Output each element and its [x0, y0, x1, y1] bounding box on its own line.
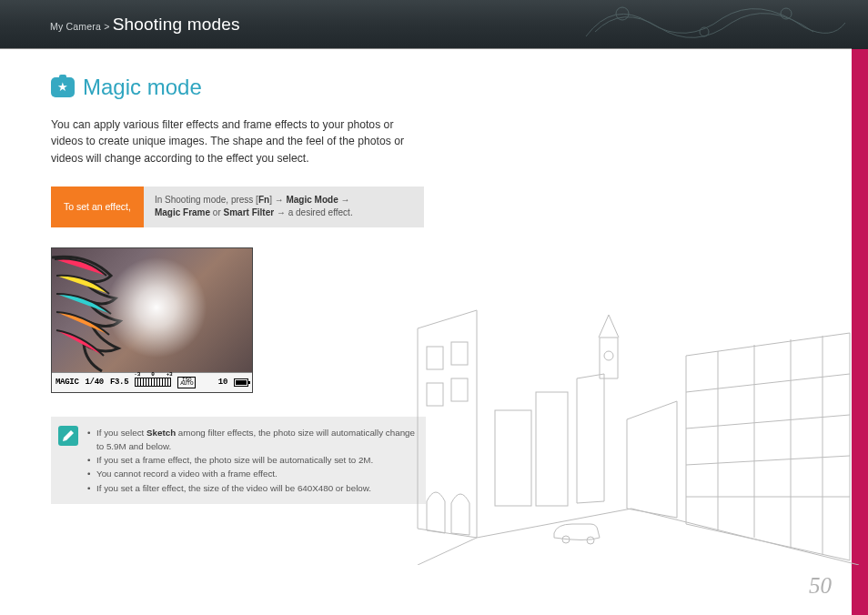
note-text: If you set a filter effect, the size of …: [96, 483, 371, 493]
ev-mid: 0: [151, 371, 154, 378]
instr-postfn: ] →: [269, 195, 284, 205]
list-item: If you select Sketch among filter effect…: [87, 426, 417, 453]
title-row: ★ Magic mode: [51, 75, 431, 100]
battery-icon: [234, 378, 248, 387]
instr-bold1: Magic Mode: [286, 195, 338, 205]
instr-arrow1: →: [340, 195, 349, 205]
list-item: If you set a filter effect, the size of …: [87, 481, 417, 495]
notes-box: If you select Sketch among filter effect…: [51, 417, 426, 504]
side-tab: [852, 0, 868, 615]
ev-left: -3: [134, 371, 140, 378]
status-aperture: F3.5: [110, 378, 128, 387]
camera-preview: MAGIC 1/40 F3.5 -3 0 +3 ISO AUTO 10: [51, 247, 253, 393]
instruction-row: To set an effect, In Shooting mode, pres…: [51, 187, 424, 227]
exposure-meter-icon: -3 0 +3: [135, 378, 171, 387]
page-title: Magic mode: [83, 75, 202, 100]
note-text: If you select: [96, 428, 146, 438]
iso-value: AUTO: [178, 382, 195, 387]
breadcrumb-section: Shooting modes: [113, 15, 240, 34]
page-header: My Camera > Shooting modes: [0, 0, 868, 49]
camera-star-icon: ★: [51, 77, 75, 97]
instruction-label: To set an effect,: [51, 187, 144, 227]
svg-point-19: [587, 537, 594, 544]
status-mode: MAGIC: [56, 378, 79, 387]
svg-point-0: [616, 7, 629, 20]
instruction-body: In Shooting mode, press [Fn] → Magic Mod…: [144, 187, 424, 227]
page-number: 50: [809, 573, 832, 599]
note-text: You cannot record a video with a frame e…: [96, 469, 278, 479]
intro-paragraph: You can apply various filter effects and…: [51, 116, 406, 166]
camera-status-bar: MAGIC 1/40 F3.5 -3 0 +3 ISO AUTO 10: [52, 372, 252, 392]
preview-image: [52, 248, 252, 372]
svg-point-18: [562, 536, 570, 543]
instr-post: → a desired effect.: [277, 207, 353, 217]
list-item: You cannot record a video with a frame e…: [87, 467, 417, 480]
instr-pre: In Shooting mode, press [: [155, 195, 258, 205]
instr-or: or: [213, 207, 221, 217]
note-text: If you set a frame effect, the photo siz…: [96, 455, 373, 465]
breadcrumb-prefix: My Camera >: [50, 21, 110, 32]
header-decoration: [577, 0, 850, 55]
svg-point-1: [700, 27, 709, 36]
notes-list: If you select Sketch among filter effect…: [87, 426, 417, 495]
instr-fn: Fn: [258, 195, 269, 205]
instr-bold2: Magic Frame: [155, 207, 210, 217]
note-bold: Sketch: [146, 428, 176, 438]
iso-indicator: ISO AUTO: [177, 377, 196, 389]
ev-right: +3: [167, 371, 173, 378]
page-content: ★ Magic mode You can apply various filte…: [0, 49, 868, 504]
list-item: If you set a frame effect, the photo siz…: [87, 453, 417, 467]
status-count: 10: [218, 378, 227, 387]
breadcrumb: My Camera > Shooting modes: [50, 15, 240, 35]
pen-note-icon: [58, 426, 78, 446]
status-shutter: 1/40: [86, 378, 104, 387]
instr-bold3: Smart Filter: [224, 207, 275, 217]
svg-point-2: [781, 8, 792, 19]
